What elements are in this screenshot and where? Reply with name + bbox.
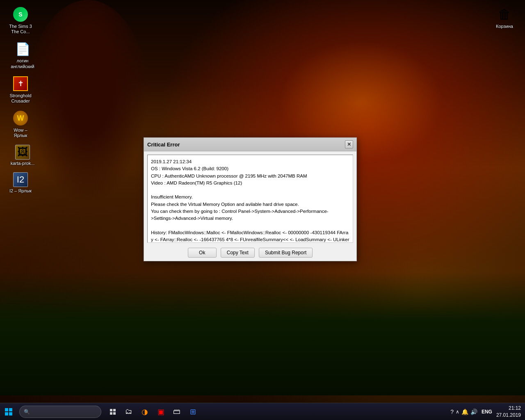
sims3-icon-img: S: [13, 7, 28, 22]
svg-rect-4: [110, 409, 112, 411]
desktop-icon-i2[interactable]: I2 I2 – Ярлык: [4, 170, 37, 196]
desktop-icon-stronghold[interactable]: ✝ Stronghold Crusader: [4, 73, 37, 106]
dialog-close-button[interactable]: ✕: [345, 140, 353, 148]
error-os: OS : Windows Vista 6.2 (Build: 9200): [151, 165, 349, 172]
karta-label: karta-prok...: [11, 161, 35, 166]
svg-rect-3: [9, 412, 12, 415]
error-instructions: You can check them by going to : Control…: [151, 208, 349, 222]
taskbar-icon-1[interactable]: 🗂: [121, 404, 136, 419]
svg-rect-6: [110, 412, 112, 415]
error-memory-msg: Insufficient Memory.: [151, 194, 349, 201]
start-button[interactable]: [0, 403, 17, 420]
wow-icon: W: [12, 110, 29, 126]
taskbar-pinned-icons: 🗂 ◑ ▣ 🗃 ⊞: [105, 404, 200, 419]
taskbar-right: ? ∧ 🔔 🔊 ENG 21:12 27.01.2019: [450, 405, 525, 419]
taskbar-icon-3[interactable]: ▣: [153, 404, 168, 419]
wow-icon-img: W: [13, 111, 28, 126]
taskbar-icon-4[interactable]: 🗃: [169, 404, 184, 419]
svg-rect-0: [5, 408, 8, 411]
desktop-icon-karta[interactable]: 🖼 karta-prok...: [6, 143, 39, 168]
taskbar-icon-2[interactable]: ◑: [137, 404, 152, 419]
error-timestamp: 2019.1.27 21:12:34: [151, 158, 349, 165]
taskbar-search[interactable]: 🔍: [19, 406, 101, 418]
windows-logo-icon: [5, 408, 13, 416]
recycle-bin-label: Корзина: [496, 24, 513, 29]
taskbar-time: 21:12: [496, 405, 521, 412]
desktop-icon-wow[interactable]: W Wow – Ярлык: [4, 108, 37, 140]
sims3-label: The Sims 3 The Co...: [9, 24, 32, 34]
dialog-body[interactable]: 2019.1.27 21:12:34 OS : Windows Vista 6.…: [147, 155, 353, 243]
stronghold-icon: ✝: [12, 75, 29, 92]
taskbar-taskview-button[interactable]: [105, 404, 120, 419]
taskbar: 🔍 🗂 ◑ ▣ 🗃 ⊞ ? ∧ 🔔 🔊 ENG 21:12 27.01.2019: [0, 403, 525, 420]
svg-rect-5: [113, 409, 116, 411]
i2-icon: I2: [13, 172, 28, 187]
systray-notification-icon[interactable]: 🔔: [461, 409, 468, 415]
ok-button[interactable]: Ok: [188, 248, 217, 258]
karta-icon: 🖼: [15, 145, 30, 160]
error-dialog: Critical Error ✕ 2019.1.27 21:12:34 OS :…: [144, 137, 357, 261]
dialog-titlebar: Critical Error ✕: [144, 138, 356, 151]
taskbar-clock[interactable]: 21:12 27.01.2019: [496, 405, 521, 419]
taskbar-systray: ? ∧ 🔔 🔊: [450, 409, 477, 415]
systray-help-icon[interactable]: ?: [450, 409, 454, 415]
dialog-title: Critical Error: [147, 142, 180, 148]
tree-silhouette: [26, 0, 149, 205]
recycle-bin-icon: 🗑: [496, 6, 513, 23]
error-video: Video : AMD Radeon(TM) R5 Graphics (12): [151, 180, 349, 187]
taskbar-language[interactable]: ENG: [482, 409, 492, 415]
submit-bug-report-button[interactable]: Submit Bug Report: [259, 248, 313, 258]
taskview-icon: [110, 409, 116, 415]
svg-rect-2: [5, 412, 8, 415]
error-history: History: FMallocWindows::Malloc <- FMall…: [151, 229, 349, 243]
dialog-buttons: Ok Copy Text Submit Bug Report: [144, 246, 356, 261]
dialog-content: 2019.1.27 21:12:34 OS : Windows Vista 6.…: [151, 158, 349, 243]
systray-volume-icon[interactable]: 🔊: [470, 409, 477, 415]
login-label: логин английский: [11, 58, 34, 69]
desktop-icon-sims3[interactable]: S The Sims 3 The Co...: [4, 4, 37, 37]
i2-label: I2 – Ярлык: [9, 188, 32, 194]
stronghold-label: Stronghold Crusader: [9, 93, 31, 104]
error-check-msg: Please check the Virtual Memory Option a…: [151, 201, 349, 208]
svg-rect-7: [113, 412, 116, 415]
desktop-icon-recycle-bin[interactable]: 🗑 Корзина: [490, 4, 519, 31]
svg-rect-1: [9, 408, 12, 411]
wow-label: Wow – Ярлык: [14, 128, 27, 138]
desktop-icons: S The Sims 3 The Co... 📄 логин английски…: [4, 4, 39, 196]
stronghold-icon-img: ✝: [13, 76, 28, 91]
copy-text-button[interactable]: Copy Text: [221, 248, 255, 258]
ground: [0, 272, 525, 395]
desktop-icon-login[interactable]: 📄 логин английский: [6, 39, 39, 71]
taskbar-date: 27.01.2019: [496, 412, 521, 419]
taskbar-icon-5[interactable]: ⊞: [185, 404, 200, 419]
systray-expand-icon[interactable]: ∧: [456, 409, 459, 415]
search-icon: 🔍: [24, 409, 30, 415]
sims3-icon: S: [12, 6, 29, 23]
error-cpu: CPU : AuthenticAMD Unknown processor @ 2…: [151, 173, 349, 180]
login-icon: 📄: [14, 41, 31, 57]
